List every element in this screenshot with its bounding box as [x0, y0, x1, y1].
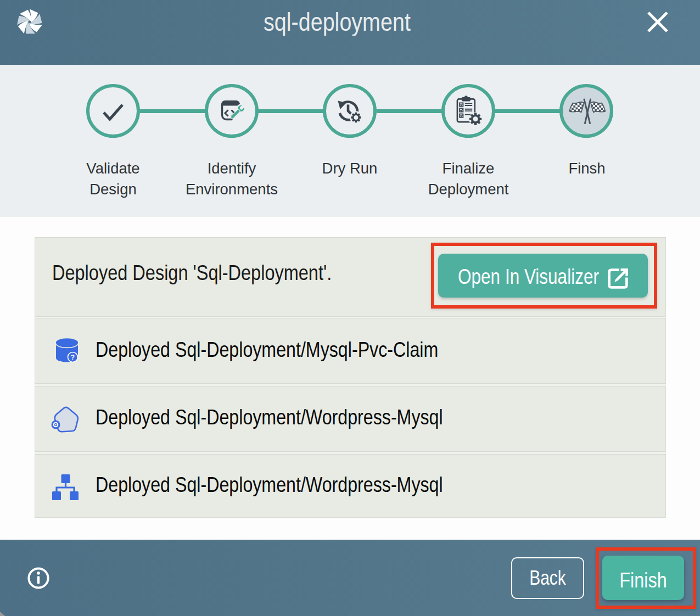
- svg-text:?: ?: [71, 354, 75, 361]
